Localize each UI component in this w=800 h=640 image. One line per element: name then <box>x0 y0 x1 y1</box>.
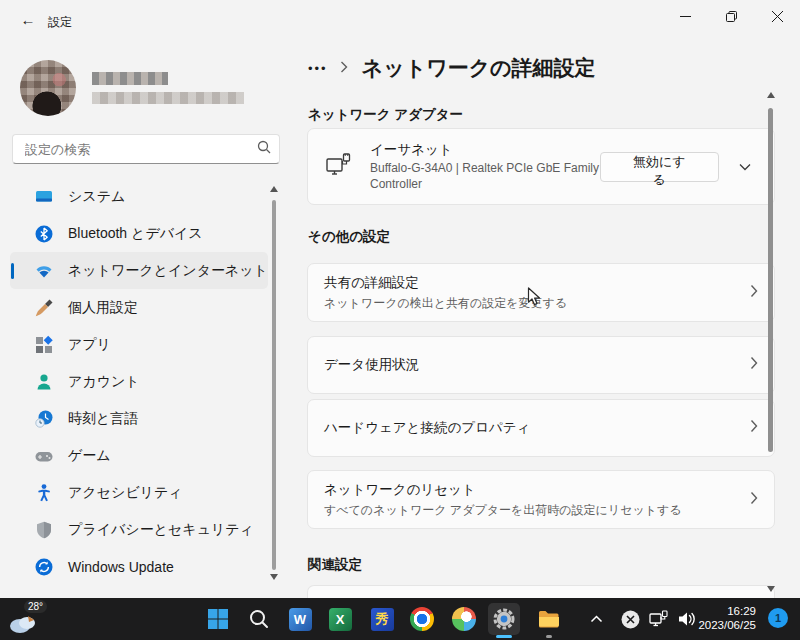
sidebar-item-label: アクセシビリティ <box>68 484 183 502</box>
sidebar-item-accessibility[interactable]: アクセシビリティ <box>10 474 268 511</box>
settings-gear-icon <box>492 607 516 631</box>
section-related-settings: 関連設定 <box>308 556 362 574</box>
window-controls <box>662 0 800 32</box>
sidebar-item-network[interactable]: ネットワークとインターネット <box>10 252 268 289</box>
sidebar-item-accounts[interactable]: アカウント <box>10 363 268 400</box>
page-title: ネットワークの詳細設定 <box>362 54 596 82</box>
card-hardware-properties[interactable]: ハードウェアと接続のプロパティ <box>307 399 775 457</box>
sidebar-item-label: システム <box>68 188 125 206</box>
taskbar-search-button[interactable] <box>243 603 275 635</box>
sidebar-item-personalization[interactable]: 個人用設定 <box>10 289 268 326</box>
personalization-icon <box>34 298 54 318</box>
chevron-right-icon <box>340 59 348 77</box>
paint-button[interactable] <box>448 603 480 635</box>
user-email-blurred <box>92 92 244 104</box>
ethernet-tray-icon <box>648 609 670 629</box>
privacy-icon <box>34 520 54 540</box>
adapter-description: Buffalo-G-34A0 | Realtek PCIe GbE Family… <box>370 161 600 192</box>
sidebar-item-label: アプリ <box>68 336 111 354</box>
search-icon[interactable] <box>249 140 279 158</box>
volume-icon <box>677 610 697 628</box>
chevron-right-icon <box>750 491 758 509</box>
close-icon <box>772 11 783 22</box>
sidebar-scroll-down-arrow[interactable] <box>270 574 278 580</box>
settings-button[interactable] <box>488 603 520 635</box>
section-other-settings: その他の設定 <box>308 228 390 246</box>
tray-expand-icon <box>590 615 603 623</box>
main-scroll-up-arrow[interactable] <box>767 92 775 98</box>
chevron-down-icon[interactable] <box>733 163 758 171</box>
safely-remove-button[interactable] <box>616 603 644 635</box>
avatar <box>20 60 76 116</box>
apps-icon <box>34 335 54 355</box>
disable-button[interactable]: 無効にする <box>600 152 719 182</box>
app-title: 設定 <box>48 14 72 31</box>
network-tray-button[interactable] <box>645 603 673 635</box>
sidebar-item-label: ネットワークとインターネット <box>68 262 268 280</box>
notification-badge[interactable]: 1 <box>768 608 788 628</box>
mouse-cursor <box>527 287 545 311</box>
minimize-button[interactable] <box>662 0 708 32</box>
chevron-right-icon <box>750 419 758 437</box>
sidebar-item-privacy[interactable]: プライバシーとセキュリティ <box>10 511 268 548</box>
volume-button[interactable] <box>673 603 701 635</box>
sidebar-item-label: プライバシーとセキュリティ <box>68 521 254 539</box>
clock-date: 2023/06/25 <box>698 618 756 632</box>
sidebar-item-label: 個人用設定 <box>68 299 138 317</box>
chrome-button[interactable] <box>406 603 438 635</box>
card-subtitle: すべてのネットワーク アダプターを出荷時の設定にリセットする <box>324 502 682 519</box>
adapter-card: イーサネット Buffalo-G-34A0 | Realtek PCIe GbE… <box>307 128 775 205</box>
sidebar-scroll-up-arrow[interactable] <box>270 186 278 192</box>
breadcrumb: ••• ネットワークの詳細設定 <box>308 54 596 82</box>
system-icon <box>34 187 54 207</box>
back-arrow-icon[interactable]: ← <box>14 8 42 32</box>
taskbar: 28° W X 秀 <box>0 598 800 640</box>
sidebar-scrollbar-thumb[interactable] <box>272 200 276 570</box>
paint-icon <box>452 607 476 631</box>
excel-button[interactable]: X <box>324 603 356 635</box>
search-icon <box>248 608 270 630</box>
sidebar-item-apps[interactable]: アプリ <box>10 326 268 363</box>
search-input[interactable] <box>13 142 249 157</box>
user-name-blurred <box>92 72 168 85</box>
excel-icon: X <box>329 608 352 631</box>
tray-clock[interactable]: 16:29 2023/06/25 <box>698 604 756 632</box>
cloud-icon <box>8 612 38 634</box>
main-scroll-down-arrow[interactable] <box>767 586 775 592</box>
sidebar-item-label: アカウント <box>68 373 140 391</box>
sidebar-nav: システム Bluetooth とデバイス ネットワークとインターネット 個人用設… <box>10 178 268 585</box>
sidebar-item-time-language[interactable]: 時刻と言語 <box>10 400 268 437</box>
chevron-right-icon <box>750 284 758 302</box>
restore-icon <box>726 11 737 22</box>
sidebar-item-bluetooth[interactable]: Bluetooth とデバイス <box>10 215 268 252</box>
user-profile[interactable] <box>20 58 280 118</box>
sidebar-item-windows-update[interactable]: Windows Update <box>10 548 268 585</box>
card-network-reset[interactable]: ネットワークのリセット すべてのネットワーク アダプターを出荷時の設定にリセット… <box>307 470 775 529</box>
close-button[interactable] <box>754 0 800 32</box>
titlebar: ← 設定 <box>0 0 800 40</box>
clock-time: 16:29 <box>698 604 756 618</box>
profile-text-blurred <box>92 72 244 104</box>
breadcrumb-ellipsis[interactable]: ••• <box>308 61 328 76</box>
weather-widget[interactable]: 28° <box>6 600 58 638</box>
word-button[interactable]: W <box>284 603 316 635</box>
ethernet-adapter-icon <box>324 150 354 184</box>
minimize-icon <box>680 11 691 22</box>
adapter-name: イーサネット <box>370 141 600 159</box>
tray-expand-button[interactable] <box>583 603 609 635</box>
windows-update-icon <box>34 557 54 577</box>
hidemaru-button[interactable]: 秀 <box>366 603 398 635</box>
network-icon <box>34 261 54 281</box>
restore-button[interactable] <box>708 0 754 32</box>
explorer-button[interactable] <box>533 603 565 635</box>
start-button[interactable] <box>202 603 234 635</box>
sidebar-item-label: 時刻と言語 <box>68 410 138 428</box>
card-data-usage[interactable]: データ使用状況 <box>307 336 775 394</box>
related-settings-card-partial[interactable] <box>307 585 775 599</box>
settings-search <box>12 134 280 164</box>
main-scrollbar-thumb[interactable] <box>768 108 773 452</box>
open-app-indicator <box>546 635 552 638</box>
sidebar-item-system[interactable]: システム <box>10 178 268 215</box>
sidebar-item-gaming[interactable]: ゲーム <box>10 437 268 474</box>
chevron-right-icon <box>750 356 758 374</box>
